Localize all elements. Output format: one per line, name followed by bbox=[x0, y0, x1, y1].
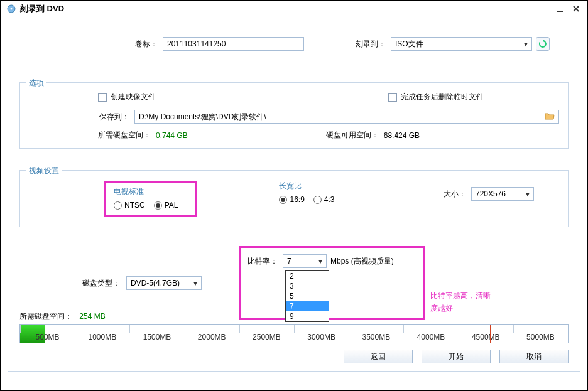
size-combo[interactable]: 720X576 ▼ bbox=[471, 187, 534, 201]
window-title: 刻录到 DVD bbox=[20, 3, 64, 14]
bitrate-suffix: Mbps (高视频质量) bbox=[330, 256, 394, 267]
tv-standard-highlight: 电视标准 NTSC PAL bbox=[104, 181, 197, 217]
back-button[interactable]: 返回 bbox=[344, 350, 413, 363]
aspect-169-label: 16:9 bbox=[290, 195, 304, 204]
bitrate-option[interactable]: 2 bbox=[286, 271, 329, 281]
chevron-down-icon: ▼ bbox=[192, 280, 199, 287]
svg-point-1 bbox=[11, 8, 13, 9]
bitrate-combo[interactable]: 7 ▼ bbox=[283, 254, 327, 268]
chevron-down-icon: ▼ bbox=[525, 191, 531, 198]
bitrate-option[interactable]: 3 bbox=[286, 281, 329, 291]
create-image-label: 创建映像文件 bbox=[111, 92, 156, 102]
options-legend: 选项 bbox=[26, 78, 46, 88]
aspect-43-label: 4:3 bbox=[324, 195, 335, 204]
window: 刻录到 DVD 卷标： 刻录到： ISO文件 ▼ 选项 bbox=[1, 1, 587, 390]
delete-temp-checkbox[interactable] bbox=[388, 93, 397, 102]
minimize-button[interactable] bbox=[554, 3, 565, 14]
bitrate-option-selected[interactable]: 7 bbox=[286, 301, 329, 311]
disk-type-combo[interactable]: DVD-5(4.7GB) ▼ bbox=[126, 276, 202, 290]
folder-icon[interactable] bbox=[545, 112, 555, 122]
create-image-checkbox[interactable] bbox=[98, 93, 107, 102]
bitrate-highlight: 比特率： 7 ▼ Mbps (高视频质量) 2 3 5 7 9 bbox=[239, 246, 425, 320]
aspect-group: 长宽比 16:9 4:3 bbox=[279, 181, 343, 204]
disk-type-value: DVD-5(4.7GB) bbox=[131, 279, 180, 287]
bitrate-option[interactable]: 9 bbox=[286, 311, 329, 321]
cancel-button[interactable]: 取消 bbox=[499, 350, 569, 363]
delete-temp-label: 完成任务后删除临时文件 bbox=[401, 92, 484, 102]
tv-standard-title: 电视标准 bbox=[114, 186, 187, 197]
ntsc-radio[interactable] bbox=[114, 201, 122, 210]
avail-space-label: 硬盘可用空间： bbox=[326, 130, 379, 141]
video-legend: 视频设置 bbox=[26, 166, 62, 176]
video-settings-fieldset: 视频设置 电视标准 NTSC PAL 长宽比 bbox=[19, 170, 569, 227]
app-icon bbox=[6, 4, 16, 14]
main-panel: 卷标： 刻录到： ISO文件 ▼ 选项 创建映像文件 完成任务后删 bbox=[8, 23, 580, 372]
chevron-down-icon: ▼ bbox=[317, 258, 324, 265]
bitrate-value: 7 bbox=[287, 257, 291, 265]
scale-marker bbox=[490, 325, 491, 343]
header-row: 卷标： 刻录到： ISO文件 ▼ bbox=[19, 37, 569, 51]
need-space-value: 0.744 GB bbox=[156, 131, 188, 140]
need-space-label: 所需硬盘空间： bbox=[98, 130, 151, 141]
start-button[interactable]: 开始 bbox=[422, 350, 491, 363]
size-value: 720X576 bbox=[476, 190, 506, 198]
avail-space-value: 68.424 GB bbox=[384, 131, 420, 140]
button-row: 返回 开始 取消 bbox=[19, 350, 569, 363]
bitrate-dropdown: 2 3 5 7 9 bbox=[285, 270, 329, 322]
save-to-label: 保存到： bbox=[98, 112, 129, 122]
volume-input[interactable] bbox=[163, 37, 304, 51]
options-fieldset: 选项 创建映像文件 完成任务后删除临时文件 保存到： D:\My Documen… bbox=[19, 82, 569, 149]
size-group: 大小： 720X576 ▼ bbox=[444, 187, 534, 201]
burn-to-combo[interactable]: ISO文件 ▼ bbox=[391, 37, 532, 51]
ntsc-label: NTSC bbox=[124, 201, 145, 210]
pal-radio[interactable] bbox=[154, 201, 162, 210]
save-to-path: D:\My Documents\狸窝\DVD刻录软件\ bbox=[139, 112, 266, 122]
refresh-button[interactable] bbox=[536, 37, 550, 51]
aspect-43-radio[interactable] bbox=[313, 196, 322, 204]
aspect-169-radio[interactable] bbox=[279, 196, 287, 204]
disk-type-label: 磁盘类型： bbox=[82, 278, 120, 289]
scale-labels: 500MB1000MB1500MB 2000MB2500MB3000MB 350… bbox=[20, 333, 568, 341]
bitrate-label: 比特率： bbox=[248, 256, 278, 267]
aspect-title: 长宽比 bbox=[279, 181, 343, 191]
burn-to-value: ISO文件 bbox=[395, 39, 423, 50]
storage-scale: 500MB1000MB1500MB 2000MB2500MB3000MB 350… bbox=[19, 324, 569, 343]
burn-to-label: 刻录到： bbox=[348, 39, 386, 50]
chevron-down-icon: ▼ bbox=[523, 41, 529, 48]
close-button[interactable] bbox=[570, 3, 582, 14]
pal-label: PAL bbox=[165, 201, 178, 210]
titlebar: 刻录到 DVD bbox=[1, 1, 587, 16]
annotation-text: 比特率越高，清晰 度越好 bbox=[430, 289, 491, 315]
save-to-input[interactable]: D:\My Documents\狸窝\DVD刻录软件\ bbox=[134, 110, 559, 124]
bitrate-option[interactable]: 5 bbox=[286, 291, 329, 301]
volume-label: 卷标： bbox=[120, 39, 158, 50]
svg-rect-2 bbox=[557, 11, 563, 12]
size-label: 大小： bbox=[444, 189, 466, 200]
